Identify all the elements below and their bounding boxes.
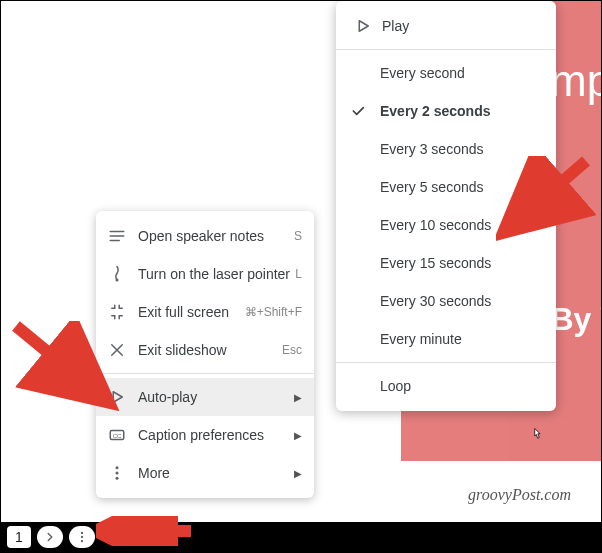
svg-point-7 <box>81 536 83 538</box>
exit-fullscreen-icon <box>108 303 126 321</box>
slide-number-value: 1 <box>15 529 23 545</box>
submenu-label: Every 5 seconds <box>380 179 484 195</box>
presentation-toolbar: 1 <box>1 522 601 552</box>
submenu-arrow-icon: ▶ <box>294 392 302 403</box>
menu-separator <box>96 373 314 374</box>
menu-item-captions[interactable]: CC Caption preferences ▶ <box>96 416 314 454</box>
submenu-label: Every 2 seconds <box>380 103 491 119</box>
notes-icon <box>108 227 126 245</box>
slide-subtitle: By Y <box>550 301 602 338</box>
submenu-label: Every 10 seconds <box>380 217 491 233</box>
submenu-item-every-minute[interactable]: Every minute <box>336 320 556 358</box>
pointer-cursor-icon <box>528 427 546 445</box>
submenu-label: Every 15 seconds <box>380 255 491 271</box>
submenu-item-every-2-seconds[interactable]: Every 2 seconds <box>336 92 556 130</box>
autoplay-submenu: Play Every second Every 2 seconds Every … <box>336 1 556 411</box>
options-menu: Open speaker notes S Turn on the laser p… <box>96 211 314 498</box>
submenu-item-every-10-seconds[interactable]: Every 10 seconds <box>336 206 556 244</box>
submenu-item-every-second[interactable]: Every second <box>336 54 556 92</box>
submenu-label: Every second <box>380 65 465 81</box>
submenu-item-play[interactable]: Play <box>336 7 556 45</box>
menu-item-laser[interactable]: Turn on the laser pointer L <box>96 255 314 293</box>
menu-shortcut: ⌘+Shift+F <box>245 305 302 319</box>
menu-label: Caption preferences <box>138 427 264 443</box>
submenu-label: Every minute <box>380 331 462 347</box>
menu-label: Turn on the laser pointer <box>138 266 290 282</box>
menu-label: Open speaker notes <box>138 228 264 244</box>
menu-item-exit-fullscreen[interactable]: Exit full screen ⌘+Shift+F <box>96 293 314 331</box>
svg-point-3 <box>116 466 119 469</box>
menu-label: Exit slideshow <box>138 342 227 358</box>
svg-point-6 <box>81 532 83 534</box>
options-button[interactable] <box>69 526 95 548</box>
menu-separator <box>336 362 556 363</box>
submenu-label: Play <box>382 18 409 34</box>
menu-label: Auto-play <box>138 389 197 405</box>
svg-point-5 <box>116 477 119 480</box>
submenu-label: Loop <box>380 378 411 394</box>
submenu-item-every-5-seconds[interactable]: Every 5 seconds <box>336 168 556 206</box>
submenu-item-every-3-seconds[interactable]: Every 3 seconds <box>336 130 556 168</box>
slide-number[interactable]: 1 <box>7 526 31 548</box>
next-slide-button[interactable] <box>37 526 63 548</box>
submenu-item-every-15-seconds[interactable]: Every 15 seconds <box>336 244 556 282</box>
menu-shortcut: S <box>294 229 302 243</box>
submenu-item-loop[interactable]: Loop <box>336 367 556 405</box>
menu-label: Exit full screen <box>138 304 229 320</box>
menu-label: More <box>138 465 170 481</box>
svg-point-4 <box>116 472 119 475</box>
submenu-arrow-icon: ▶ <box>294 468 302 479</box>
svg-line-9 <box>16 326 101 396</box>
play-icon <box>108 388 126 406</box>
menu-separator <box>336 49 556 50</box>
play-icon <box>354 17 372 35</box>
menu-item-more[interactable]: More ▶ <box>96 454 314 492</box>
menu-item-exit-slideshow[interactable]: Exit slideshow Esc <box>96 331 314 369</box>
svg-point-0 <box>116 279 119 282</box>
check-icon <box>350 103 366 119</box>
menu-item-autoplay[interactable]: Auto-play ▶ <box>96 378 314 416</box>
watermark: groovyPost.com <box>468 486 571 504</box>
submenu-label: Every 3 seconds <box>380 141 484 157</box>
menu-item-speaker-notes[interactable]: Open speaker notes S <box>96 217 314 255</box>
submenu-label: Every 30 seconds <box>380 293 491 309</box>
captions-icon: CC <box>108 426 126 444</box>
submenu-arrow-icon: ▶ <box>294 430 302 441</box>
svg-point-8 <box>81 540 83 542</box>
menu-shortcut: Esc <box>282 343 302 357</box>
menu-shortcut: L <box>295 267 302 281</box>
svg-text:CC: CC <box>113 433 122 439</box>
more-icon <box>108 464 126 482</box>
laser-icon <box>108 265 126 283</box>
submenu-item-every-30-seconds[interactable]: Every 30 seconds <box>336 282 556 320</box>
close-icon <box>108 341 126 359</box>
